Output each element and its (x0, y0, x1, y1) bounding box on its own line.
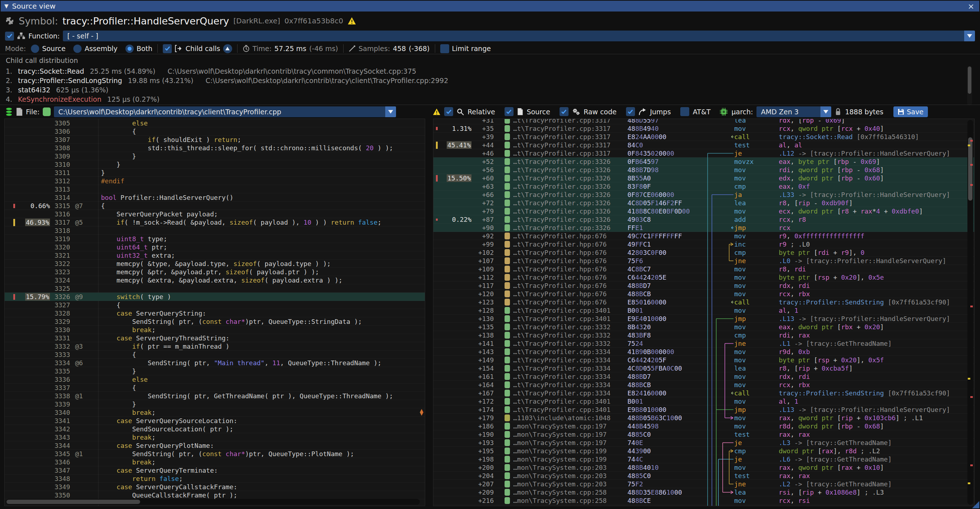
source-line[interactable]: 3341 case ServerQuerySourceLocation: (5, 417, 425, 425)
child-call-row[interactable]: 4.KeSynchronizeExecution125 µs (0.27%) (6, 95, 966, 104)
scrollbar-sample-mark (970, 184, 973, 186)
source-line[interactable]: 3344 case ServerQueryPlotName: (5, 441, 425, 450)
source-line[interactable]: 0.66%3315@7{ (5, 202, 425, 210)
source-line[interactable]: 3307 if( shouldExit ) return; (5, 135, 425, 144)
file-icon (16, 108, 23, 116)
resize-grip[interactable] (972, 501, 979, 508)
source-line[interactable]: 3314bool Profiler::HandleServerQuery() (5, 193, 425, 202)
source-line[interactable]: 3336 else (5, 375, 425, 383)
source-line[interactable]: 3305 else (5, 119, 425, 127)
source-location-icon (504, 142, 510, 148)
radio-source[interactable] (31, 45, 39, 53)
lock-icon (835, 108, 841, 116)
source-location-icon (504, 183, 510, 190)
scrollbar-sample-mark (970, 305, 973, 307)
source-location-icon (504, 208, 510, 215)
source-line[interactable]: 3310 } (5, 160, 425, 169)
titlebar[interactable]: ▼ Source view × (1, 1, 979, 11)
magnifier-icon (457, 108, 464, 115)
source-line[interactable]: 15.79%3326@9 switch( type ) (5, 293, 425, 301)
source-line[interactable]: 3309 } (5, 152, 425, 160)
file-combo[interactable]: C:\Users\wolf\Desktop\darkrl\contrib\tra… (54, 107, 396, 117)
source-line[interactable]: 3323 memcpy( &ptr, &payload.ptr, sizeof(… (5, 268, 425, 276)
at-t-checkbox[interactable] (680, 107, 689, 116)
source-line[interactable]: 3331 case ServerQueryThreadString: (5, 334, 425, 342)
source-line[interactable]: 3332@3 if( ptr == m_mainThread ) (5, 342, 425, 350)
source-line[interactable]: 3339 } (5, 400, 425, 408)
mode-row: Mode: Source Assembly Both Child calls T… (5, 43, 491, 54)
source-location-icon (504, 191, 510, 198)
raw-code-checkbox[interactable] (560, 107, 568, 116)
source-line[interactable]: 3313 (5, 185, 425, 193)
assembly-vscrollbar[interactable] (967, 120, 973, 505)
jumps-checkbox[interactable] (626, 107, 635, 116)
collapse-icon[interactable]: ▼ (4, 3, 9, 10)
radio-assembly-label: Assembly (84, 45, 118, 52)
chevron-down-icon[interactable] (385, 107, 396, 117)
source-line[interactable]: 3348 return false; (5, 474, 425, 483)
save-button[interactable]: Save (893, 107, 928, 117)
source-line[interactable]: 3340 break; (5, 408, 425, 417)
child-calls-icon (175, 45, 183, 52)
chevron-down-icon[interactable] (821, 107, 831, 117)
source-line[interactable]: 3306 { (5, 127, 425, 135)
source-line[interactable]: 3320 uint64_t ptr; (5, 243, 425, 251)
child-call-row[interactable]: 1.tracy::Socket::Read25.25 ms (54.89%)C:… (6, 67, 966, 76)
source-location-icon (504, 497, 510, 504)
source-line[interactable]: 3346 break; (5, 458, 425, 466)
source-line[interactable]: 3350 QueueCallstackFrame( ptr ); (5, 491, 425, 499)
limit-range-checkbox[interactable] (440, 44, 449, 53)
source-line[interactable]: 3327 { (5, 301, 425, 309)
child-call-header: Child call distribution (6, 56, 78, 64)
source-line[interactable]: 3322 memcpy( &type, &payload.type, sizeo… (5, 259, 425, 268)
scroll-indicator-icon: ▲▼ (420, 409, 423, 415)
source-location-icon (504, 282, 510, 289)
source-line[interactable]: 3318 (5, 226, 425, 235)
cpu-chip-icon (720, 108, 728, 116)
source-line[interactable]: 3324 memcpy( &extra, &payload.extra, siz… (5, 276, 425, 284)
source-line[interactable]: 3319 uint8_t type; (5, 235, 425, 243)
source-line[interactable]: 3342 SendSourceLocation( ptr ); (5, 425, 425, 433)
close-icon[interactable]: × (966, 2, 976, 11)
source-line[interactable]: 3311} (5, 169, 425, 177)
warning-icon (433, 108, 441, 115)
source-line[interactable]: 3316 ServerQueryPacket payload; (5, 210, 425, 218)
uarch-combo[interactable]: AMD Zen 3 (756, 107, 831, 117)
propagate-up-button[interactable] (223, 44, 232, 53)
source-line[interactable]: 3321 uint32_t extra; (5, 251, 425, 259)
source-line[interactable]: 3335 } (5, 367, 425, 375)
source-line[interactable]: 3337 { (5, 383, 425, 392)
source-line[interactable]: 3334@6 SendString( ptr, "Main thread", 1… (5, 359, 425, 367)
source-line[interactable]: 46.93%3317@5 if( !m_sock->Read( &payload… (5, 218, 425, 226)
source-line[interactable]: 3312#endif (5, 177, 425, 185)
child-call-scrollbar[interactable] (967, 66, 972, 105)
function-checkbox[interactable] (5, 32, 14, 41)
function-row: Function: [ - self - ] (5, 30, 975, 42)
source-line[interactable]: 3345@1 SendString( ptr, (const char*)ptr… (5, 450, 425, 458)
radio-both[interactable] (126, 45, 134, 53)
source-line[interactable]: 3329 SendString( ptr, (const char*)ptr, … (5, 317, 425, 326)
source-line[interactable]: 3347 case ServerQueryTerminate: (5, 466, 425, 474)
source-line[interactable]: 3338@1 SendString( ptr, GetThreadName( p… (5, 392, 425, 400)
source-location-icon (504, 125, 510, 132)
source-location-icon (504, 266, 510, 272)
source-line[interactable]: 3328 case ServerQueryString: (5, 309, 425, 317)
source-location-icon (504, 480, 510, 487)
puzzle-icon (5, 16, 14, 25)
source-line[interactable]: 3333 { (5, 350, 425, 359)
source-line[interactable]: 3343 break; (5, 433, 425, 441)
function-combo[interactable]: [ - self - ] (63, 30, 975, 41)
radio-assembly[interactable] (73, 45, 81, 53)
child-call-row[interactable]: 3.stat64i32625 µs (1.36%) (6, 85, 966, 95)
child-call-row[interactable]: 2.tracy::Profiler::SendLongString19.88 m… (6, 76, 966, 85)
source-line[interactable]: 3330 break; (5, 326, 425, 334)
source-checkbox[interactable] (504, 107, 514, 116)
relative-checkbox[interactable] (444, 107, 453, 116)
symbol-row: Symbol: tracy::Profiler::HandleServerQue… (5, 14, 356, 28)
child-calls-checkbox[interactable] (163, 44, 172, 53)
source-hscrollbar[interactable] (6, 499, 420, 505)
source-line[interactable]: 3325 (5, 284, 425, 293)
source-line[interactable]: 3349 case ServerQueryCallstackFrame: (5, 483, 425, 491)
source-line[interactable]: 3308 std::this_thread::sleep_for( std::c… (5, 144, 425, 152)
chevron-down-icon[interactable] (964, 30, 975, 41)
